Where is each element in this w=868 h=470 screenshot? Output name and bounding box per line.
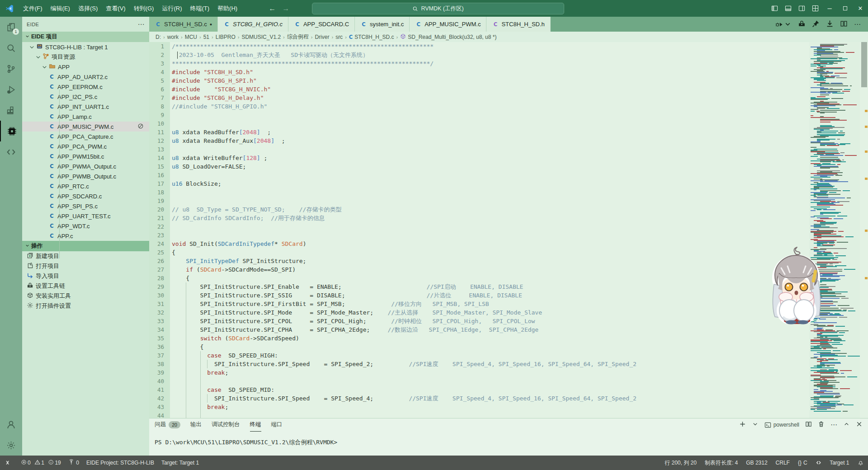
- breadcrumb[interactable]: D:›work›MCU›51›LIBPRO›SDMUSIC_V1.2›综合例程›…: [149, 32, 868, 42]
- tree-item-file[interactable]: CAPP_SDCARD.c: [22, 191, 149, 201]
- panel-tab-问题[interactable]: 问题20: [155, 418, 180, 431]
- tree-item-file[interactable]: CAPP_SPI_PS.c: [22, 201, 149, 211]
- activity-search-icon[interactable]: [0, 38, 22, 58]
- scrollbar-thumb[interactable]: [861, 42, 867, 87]
- terminal-shell-item[interactable]: powershell: [764, 422, 799, 428]
- tree-item-file[interactable]: CAPP_UART_TEST.c: [22, 211, 149, 221]
- tree-item-file[interactable]: CAPP_PWMB_Output.c: [22, 171, 149, 181]
- activity-run-debug-icon[interactable]: [0, 79, 22, 100]
- remote-indicator-icon[interactable]: [5, 460, 11, 466]
- target-status-item[interactable]: Target: Target 1: [161, 460, 199, 466]
- tree-item-file[interactable]: CAPP_INT_UART1.c: [22, 102, 149, 112]
- editor-tab[interactable]: CAPP_SDCARD.C: [288, 17, 355, 32]
- debug-run-button[interactable]: [775, 20, 792, 28]
- activity-serial-monitor-icon[interactable]: [0, 141, 22, 162]
- flash-download-button[interactable]: [826, 20, 834, 29]
- section-header-eide-project[interactable]: EIDE 项目: [22, 32, 149, 42]
- tree-item-file[interactable]: CAPP_PCA_PWM.c: [22, 141, 149, 151]
- tree-item-file[interactable]: CAPP_Lamp.c: [22, 112, 149, 122]
- breadcrumb-segment[interactable]: SDMUSIC_V1.2: [241, 34, 281, 40]
- panel-more-actions-icon[interactable]: ⋯: [830, 421, 837, 429]
- tree-item-file[interactable]: CAPP_MUSIC_PWM.c: [22, 122, 149, 132]
- split-terminal-icon[interactable]: [805, 421, 812, 429]
- clean-button[interactable]: [812, 20, 820, 29]
- menu-item-G[interactable]: 转到(G): [130, 0, 158, 17]
- activity-settings-gear-icon[interactable]: [0, 435, 22, 456]
- tab-size-item[interactable]: 制表符长度: 4: [705, 459, 738, 467]
- tree-item-file[interactable]: CAPP_PWMA_Output.c: [22, 161, 149, 171]
- panel-tab-端口[interactable]: 端口: [271, 418, 283, 431]
- action-import-project[interactable]: 导入项目: [22, 271, 149, 281]
- breadcrumb-file[interactable]: STC8H_H_SD.c: [354, 34, 394, 40]
- code-editor[interactable]: 1234567891011121314151617181920212223242…: [149, 42, 868, 418]
- eide-project-status-item[interactable]: EIDE Project: STC8G-H-LIB: [86, 460, 154, 466]
- tree-item-file[interactable]: CAPP_PCA_Capture.c: [22, 132, 149, 141]
- back-arrow-icon[interactable]: ←: [269, 5, 276, 13]
- sidebar-more-actions-icon[interactable]: ⋯: [138, 20, 145, 28]
- breadcrumb-segment[interactable]: D:: [156, 34, 161, 40]
- activity-source-control-icon[interactable]: [0, 58, 22, 79]
- tree-item-file[interactable]: CAPP.c: [22, 231, 149, 241]
- customize-layout-icon[interactable]: [808, 0, 822, 17]
- activity-account-icon[interactable]: [0, 414, 22, 435]
- terminal-dropdown-icon[interactable]: [752, 421, 759, 429]
- breadcrumb-segment[interactable]: 51: [203, 34, 209, 40]
- minimize-icon[interactable]: ─: [822, 0, 837, 17]
- toggle-secondary-sidebar-icon[interactable]: [795, 0, 808, 17]
- maximize-panel-icon[interactable]: [843, 421, 850, 429]
- eide-target-item[interactable]: Target 1: [830, 460, 849, 466]
- action-new-project[interactable]: 新建项目: [22, 251, 149, 261]
- action-open-project[interactable]: 打开项目: [22, 261, 149, 271]
- build-button[interactable]: [798, 20, 806, 29]
- menu-item-F[interactable]: 文件(F): [19, 0, 47, 17]
- tree-item-file[interactable]: CAPP_WDT.c: [22, 221, 149, 231]
- toggle-sidebar-icon[interactable]: [768, 0, 781, 17]
- breadcrumb-segment[interactable]: MCU: [185, 34, 197, 40]
- kill-terminal-icon[interactable]: [818, 421, 825, 429]
- activity-explorer-icon[interactable]: 1: [0, 17, 22, 38]
- menu-item-R[interactable]: 运行(R): [158, 0, 186, 17]
- editor-more-actions-icon[interactable]: ⋯: [854, 20, 861, 28]
- menu-item-S[interactable]: 选择(S): [74, 0, 102, 17]
- angle-brackets-icon[interactable]: [816, 460, 822, 466]
- menu-item-E[interactable]: 编辑(E): [47, 0, 74, 17]
- breadcrumb-symbol[interactable]: SD_Read_Multi_Block(u32, u8, u8 *): [408, 34, 496, 40]
- menu-item-T[interactable]: 终端(T): [186, 0, 213, 17]
- action-plugin-settings[interactable]: 打开插件设置: [22, 301, 149, 311]
- maximize-icon[interactable]: [837, 0, 853, 17]
- tree-item-file[interactable]: CAPP_I2C_PS.c: [22, 92, 149, 102]
- panel-tab-调试控制台[interactable]: 调试控制台: [212, 418, 240, 431]
- new-terminal-icon[interactable]: [739, 421, 746, 429]
- panel-tab-终端[interactable]: 终端: [250, 418, 261, 432]
- tree-item-file[interactable]: CAPP_AD_UART2.c: [22, 72, 149, 82]
- activity-extensions-icon[interactable]: [0, 100, 22, 121]
- notifications-bell-icon[interactable]: [858, 460, 864, 466]
- encoding-item[interactable]: GB 2312: [746, 460, 767, 466]
- editor-tab[interactable]: CSTC8H_H_SD.h: [486, 17, 550, 32]
- editor-tab[interactable]: CSTC8G_H_GPIO.c: [218, 17, 288, 32]
- tree-item-folder-app[interactable]: APP: [22, 62, 149, 72]
- breadcrumb-segment[interactable]: work: [167, 34, 179, 40]
- editor-tab[interactable]: CAPP_MUSIC_PWM.c: [410, 17, 486, 32]
- breadcrumb-segment[interactable]: src: [335, 34, 343, 40]
- tree-item-file[interactable]: CAPP_RTC.c: [22, 181, 149, 191]
- action-toolchain[interactable]: 设置工具链: [22, 281, 149, 291]
- editor-tab[interactable]: CSTC8H_H_SD.c●: [149, 17, 218, 32]
- tree-item-resources[interactable]: 项目资源: [22, 52, 149, 62]
- minimap[interactable]: [809, 42, 860, 418]
- menu-item-H[interactable]: 帮助(H): [213, 0, 241, 17]
- breadcrumb-segment[interactable]: Driver: [315, 34, 329, 40]
- language-mode-item[interactable]: {} C: [798, 460, 807, 466]
- tree-item-file[interactable]: CAPP_PWM15bit.c: [22, 151, 149, 161]
- editor-tab[interactable]: Csystem_init.c: [355, 17, 410, 32]
- panel-tab-输出[interactable]: 输出: [190, 418, 202, 431]
- action-install-utils[interactable]: 安装实用工具: [22, 291, 149, 301]
- close-panel-icon[interactable]: [856, 421, 863, 429]
- terminal-prompt[interactable]: PS D:\work\MCU\51\LIBPRO\SDMUSIC_V1.2\综合…: [149, 431, 868, 446]
- tree-item-file[interactable]: CAPP_EEPROM.c: [22, 82, 149, 92]
- menu-item-V[interactable]: 查看(V): [102, 0, 129, 17]
- editor-scrollbar[interactable]: [860, 42, 868, 418]
- problems-status-item[interactable]: 0 1 19: [18, 459, 61, 467]
- breadcrumb-segment[interactable]: 综合例程: [287, 33, 309, 41]
- forward-arrow-icon[interactable]: →: [282, 5, 289, 13]
